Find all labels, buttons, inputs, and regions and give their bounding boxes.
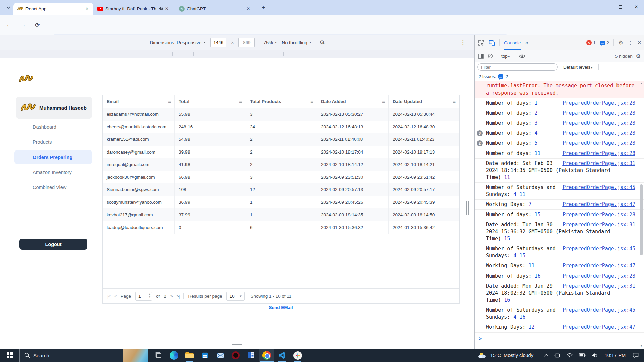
tab-close-icon[interactable]: ✕ xyxy=(164,6,170,12)
source-link[interactable]: PreparedOrderPage.jsx:45 xyxy=(562,245,635,252)
results-per-page-select[interactable]: 10▼ xyxy=(226,292,245,301)
table-row[interactable]: daroncasey@gmail.com39.9822024-02-10 18:… xyxy=(103,146,459,159)
column-header-total-products[interactable]: Total Products≡ xyxy=(246,95,317,108)
device-toolbar-toggle-icon[interactable] xyxy=(489,40,495,46)
scrollbar-up-arrow[interactable]: ▲ xyxy=(639,82,644,85)
source-link[interactable]: PreparedOrderPage.jsx:28 xyxy=(562,150,635,157)
action-center-icon[interactable] xyxy=(630,349,644,362)
start-button[interactable] xyxy=(0,349,19,362)
console-scrollbar[interactable]: ▲ ▼ xyxy=(639,81,644,348)
window-maximize-button[interactable] xyxy=(613,0,629,13)
dimensions-select[interactable]: Dimensions: Responsive▼ xyxy=(150,40,206,45)
last-page-button[interactable]: >| xyxy=(176,294,179,299)
column-menu-icon[interactable]: ≡ xyxy=(382,99,385,104)
more-tabs-chevron[interactable]: » xyxy=(525,40,528,46)
table-row[interactable]: cheers@munktiki-astoria.com248.16242024-… xyxy=(103,121,459,133)
column-menu-icon[interactable]: ≡ xyxy=(168,99,171,104)
taskbar-search-box[interactable]: Search xyxy=(19,349,123,362)
browser-tab-react-app[interactable]: React App✕ xyxy=(13,3,93,15)
source-link[interactable]: PreparedOrderPage.jsx:28 xyxy=(562,120,635,127)
throttling-select[interactable]: No throttling▼ xyxy=(282,40,311,45)
back-button[interactable]: ← xyxy=(5,21,13,29)
devtools-close-icon[interactable]: ✕ xyxy=(637,40,641,45)
source-link[interactable]: PreparedOrderPage.jsx:45 xyxy=(562,307,635,314)
table-row[interactable]: imrequal@gmail.com41.9822024-02-10 18:14… xyxy=(103,158,459,171)
browser-tab-chatgpt[interactable]: ✳ChatGPT✕ xyxy=(175,3,255,15)
source-link[interactable]: PreparedOrderPage.jsx:47 xyxy=(562,201,635,208)
window-minimize-button[interactable]: — xyxy=(598,0,613,13)
live-expression-eye-icon[interactable] xyxy=(519,54,525,58)
weather-text[interactable]: 15°C Mostly cloudy xyxy=(490,349,536,362)
prev-page-button[interactable]: < xyxy=(114,294,117,299)
devtools-menu-kebab[interactable]: ⋮ xyxy=(628,40,633,46)
volume-icon[interactable] xyxy=(589,349,601,362)
issue-count-badge[interactable]: 2 xyxy=(600,40,609,45)
taskbar-app-edge-icon[interactable] xyxy=(166,349,182,362)
column-menu-icon[interactable]: ≡ xyxy=(453,99,456,104)
taskbar-app-slack-icon[interactable] xyxy=(290,349,305,362)
taskbar-app-mail-icon[interactable] xyxy=(213,349,228,362)
tab-close-icon[interactable]: ✕ xyxy=(84,6,90,12)
source-link[interactable]: PreparedOrderPage.jsx:45 xyxy=(562,184,635,191)
source-link[interactable]: PreparedOrderPage.jsx:47 xyxy=(562,262,635,269)
window-close-button[interactable]: ✕ xyxy=(629,0,644,13)
weather-icon[interactable] xyxy=(475,349,490,362)
viewport-height-input[interactable] xyxy=(238,38,255,47)
source-link[interactable]: PreparedOrderPage.jsx:47 xyxy=(562,324,635,331)
taskbar-app-chrome-icon[interactable] xyxy=(259,349,274,362)
settings-gear-icon[interactable]: ⚙ xyxy=(618,39,623,46)
source-link[interactable]: PreparedOrderPage.jsx:28 xyxy=(562,211,635,218)
column-header-email[interactable]: Email≡ xyxy=(103,95,175,108)
first-page-button[interactable]: |< xyxy=(107,294,110,299)
source-link[interactable]: PreparedOrderPage.jsx:28 xyxy=(562,100,635,107)
send-email-link[interactable]: Send EMail xyxy=(102,305,460,310)
taskbar-app-red-app-icon[interactable] xyxy=(228,349,244,362)
clear-console-icon[interactable] xyxy=(488,53,493,59)
sidebar-item-amazon-inventory[interactable]: Amazon Inventory xyxy=(14,165,92,179)
sidebar-item-dashboard[interactable]: Dashboard xyxy=(14,120,92,134)
console-prompt[interactable]: > xyxy=(475,333,644,342)
device-toolbar-menu-kebab[interactable]: ⋮ xyxy=(460,39,466,46)
tab-search-chevron-icon[interactable] xyxy=(4,3,13,12)
battery-icon[interactable] xyxy=(576,349,589,362)
tab-audio-icon[interactable] xyxy=(158,6,164,12)
table-row[interactable]: loadup@loadoutliquors.com062024-01-30 15… xyxy=(103,221,459,234)
console-filter-input[interactable] xyxy=(477,63,558,71)
table-row[interactable]: jackbook30@gmail.com66.9832024-02-09 23:… xyxy=(103,171,459,184)
tray-chevron-up-icon[interactable] xyxy=(541,349,551,362)
taskbar-app-file-explorer-icon[interactable] xyxy=(182,349,197,362)
column-header-date-updated[interactable]: Date Updated≡ xyxy=(389,95,459,108)
search-highlight-thumbnail[interactable] xyxy=(123,349,148,362)
clock-text[interactable]: 10:17 PM xyxy=(601,349,630,362)
browser-tab-starboy-ft-daft-punk-the[interactable]: Starboy ft. Daft Punk - The ✕ xyxy=(93,3,173,15)
forward-button[interactable]: → xyxy=(19,21,28,29)
column-menu-icon[interactable]: ≡ xyxy=(310,99,313,104)
new-tab-button[interactable]: + xyxy=(259,3,268,12)
table-row[interactable]: kramer151@aol.com54.9822024-02-11 01:40:… xyxy=(103,133,459,146)
sidebar-item-combined-view[interactable]: Combined View xyxy=(14,180,92,194)
console-tab[interactable]: Console xyxy=(504,35,521,50)
taskbar-app-microsoft-store-icon[interactable] xyxy=(197,349,213,362)
user-card[interactable]: Muhammad Haseeb xyxy=(16,97,92,119)
source-link[interactable]: PreparedOrderPage.jsx:28 xyxy=(562,110,635,117)
rotate-viewport-icon[interactable]: ⟳ xyxy=(318,38,326,47)
reload-button[interactable]: ⟳ xyxy=(33,21,42,29)
log-levels-select[interactable]: Default levels▼ xyxy=(563,65,593,70)
zoom-select[interactable]: 75%▼ xyxy=(263,40,277,45)
scrollbar-down-arrow[interactable]: ▼ xyxy=(639,344,644,347)
page-spinner[interactable]: ▲▼ xyxy=(149,293,151,298)
console-settings-gear-icon[interactable]: ⚙ xyxy=(636,53,641,59)
table-row[interactable]: Sienna.bonini@sgws.com108122024-02-09 20… xyxy=(103,183,459,196)
taskbar-app-document-app-icon[interactable] xyxy=(244,349,259,362)
column-menu-icon[interactable]: ≡ xyxy=(239,99,242,104)
source-link[interactable]: PreparedOrderPage.jsx:31 xyxy=(562,283,635,290)
wifi-icon[interactable] xyxy=(564,349,576,362)
column-header-date-added[interactable]: Date Added≡ xyxy=(317,95,389,108)
next-page-button[interactable]: > xyxy=(170,294,173,299)
issues-bar[interactable]: 2 Issues: 2 xyxy=(475,72,644,81)
source-link[interactable]: PreparedOrderPage.jsx:28 xyxy=(562,140,635,147)
cast-icon[interactable] xyxy=(551,349,564,362)
viewport-width-input[interactable] xyxy=(210,38,226,47)
table-row[interactable]: scottymunster@yahoo.com36.9912024-02-09 … xyxy=(103,196,459,209)
scrollbar-thumb[interactable] xyxy=(640,184,643,255)
